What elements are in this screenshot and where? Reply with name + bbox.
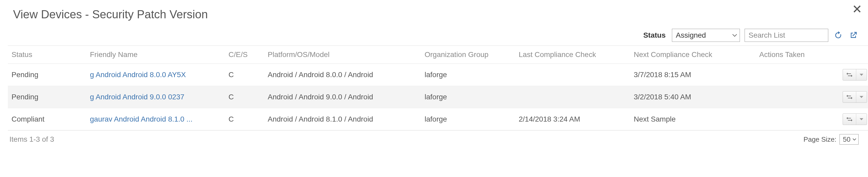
items-summary: Items 1-3 of 3 [9, 135, 54, 144]
export-icon[interactable] [848, 30, 859, 40]
status-filter-label: Status [643, 31, 665, 39]
caret-down-icon [856, 69, 867, 80]
cell-next-check: 3/7/2018 8:15 AM [630, 64, 755, 86]
col-header-actions[interactable]: Actions Taken [755, 46, 834, 64]
table-row: Compliant gaurav Android Android 8.1.0 .… [8, 108, 868, 130]
col-header-last-check[interactable]: Last Compliance Check [515, 46, 630, 64]
cell-actions-taken [755, 86, 834, 108]
caret-down-icon [856, 114, 867, 125]
search-input[interactable] [745, 29, 828, 42]
cell-org-group: laforge [421, 86, 515, 108]
cell-ces: C [225, 108, 264, 130]
table-footer: Items 1-3 of 3 Page Size: 50 [8, 130, 860, 145]
col-header-next-check[interactable]: Next Compliance Check [630, 46, 755, 64]
caret-down-icon [856, 91, 867, 102]
col-header-org-group[interactable]: Organization Group [421, 46, 515, 64]
chevron-down-icon [852, 138, 856, 141]
cell-status: Pending [8, 86, 86, 108]
modal-title: View Devices - Security Patch Version [13, 8, 860, 21]
page-size-label: Page Size: [803, 136, 836, 144]
cell-ces: C [225, 86, 264, 108]
status-filter-select[interactable]: Assigned [672, 29, 740, 42]
cell-next-check: Next Sample [630, 108, 755, 130]
cell-friendly-name-link[interactable]: g Android Android 9.0.0 0237 [86, 86, 225, 108]
col-header-status[interactable]: Status [8, 46, 86, 64]
devices-table: Status Friendly Name C/E/S Platform/OS/M… [8, 46, 868, 130]
cell-friendly-name-link[interactable]: gaurav Android Android 8.1.0 ... [86, 108, 225, 130]
status-filter-value: Assigned [676, 31, 706, 39]
cell-status: Compliant [8, 108, 86, 130]
view-devices-modal: ✕ View Devices - Security Patch Version … [0, 0, 868, 152]
cell-friendly-name-link[interactable]: g Android Android 8.0.0 AY5X [86, 64, 225, 86]
table-body: Pending g Android Android 8.0.0 AY5X C A… [8, 64, 868, 130]
row-action-button[interactable] [843, 91, 867, 103]
reevaluate-icon [843, 69, 856, 80]
col-header-friendly-name[interactable]: Friendly Name [86, 46, 225, 64]
col-header-platform[interactable]: Platform/OS/Model [264, 46, 421, 64]
row-action-button[interactable] [843, 69, 867, 81]
cell-platform: Android / Android 9.0.0 / Android [264, 86, 421, 108]
cell-platform: Android / Android 8.0.0 / Android [264, 64, 421, 86]
cell-org-group: laforge [421, 64, 515, 86]
col-header-ces[interactable]: C/E/S [225, 46, 264, 64]
cell-org-group: laforge [421, 108, 515, 130]
table-header-row: Status Friendly Name C/E/S Platform/OS/M… [8, 46, 868, 64]
cell-last-check [515, 64, 630, 86]
cell-platform: Android / Android 8.1.0 / Android [264, 108, 421, 130]
reevaluate-icon [843, 114, 856, 125]
close-icon[interactable]: ✕ [852, 3, 862, 15]
page-size-select[interactable]: 50 [839, 134, 859, 145]
cell-ces: C [225, 64, 264, 86]
table-row: Pending g Android Android 8.0.0 AY5X C A… [8, 64, 868, 86]
toolbar: Status Assigned [8, 29, 860, 46]
cell-last-check: 2/14/2018 3:24 AM [515, 108, 630, 130]
cell-last-check [515, 86, 630, 108]
cell-next-check: 3/2/2018 5:40 AM [630, 86, 755, 108]
cell-actions-taken [755, 108, 834, 130]
chevron-down-icon [732, 34, 737, 37]
cell-status: Pending [8, 64, 86, 86]
reevaluate-icon [843, 91, 856, 102]
page-size-control: Page Size: 50 [803, 134, 859, 145]
refresh-icon[interactable] [833, 30, 843, 40]
page-size-value: 50 [843, 136, 850, 144]
cell-actions-taken [755, 64, 834, 86]
row-action-button[interactable] [843, 114, 867, 125]
table-row: Pending g Android Android 9.0.0 0237 C A… [8, 86, 868, 108]
